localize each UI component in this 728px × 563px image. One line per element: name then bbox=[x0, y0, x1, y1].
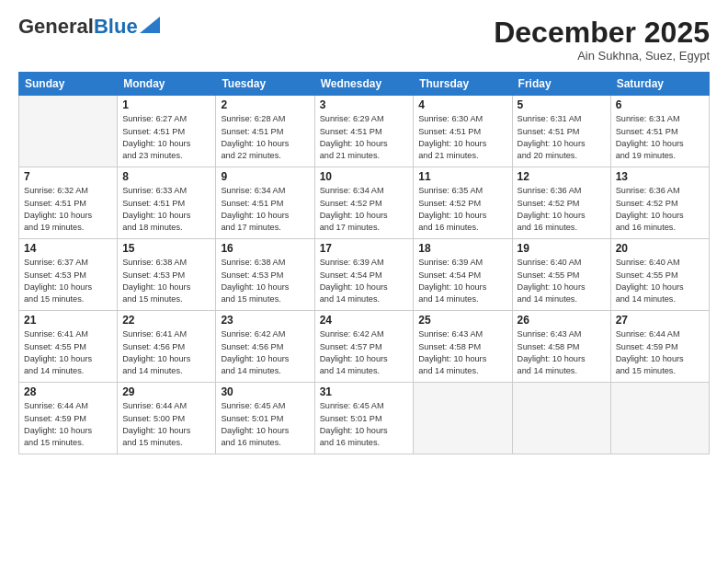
day-info: Sunrise: 6:45 AMSunset: 5:01 PMDaylight:… bbox=[320, 400, 409, 449]
day-number: 24 bbox=[320, 314, 409, 327]
day-number: 4 bbox=[418, 98, 506, 111]
day-info: Sunrise: 6:42 AMSunset: 4:56 PMDaylight:… bbox=[221, 328, 309, 377]
day-info: Sunrise: 6:44 AMSunset: 4:59 PMDaylight:… bbox=[24, 400, 112, 449]
day-cell: 28Sunrise: 6:44 AMSunset: 4:59 PMDayligh… bbox=[19, 383, 118, 454]
week-row-2: 14Sunrise: 6:37 AMSunset: 4:53 PMDayligh… bbox=[19, 239, 710, 311]
day-number: 30 bbox=[221, 385, 309, 398]
day-number: 27 bbox=[616, 314, 704, 327]
col-header-monday: Monday bbox=[118, 73, 216, 96]
day-info: Sunrise: 6:31 AMSunset: 4:51 PMDaylight:… bbox=[616, 113, 704, 162]
day-info: Sunrise: 6:27 AMSunset: 4:51 PMDaylight:… bbox=[122, 113, 210, 162]
col-header-wednesday: Wednesday bbox=[314, 73, 414, 96]
day-cell: 31Sunrise: 6:45 AMSunset: 5:01 PMDayligh… bbox=[314, 383, 414, 454]
day-cell: 10Sunrise: 6:34 AMSunset: 4:52 PMDayligh… bbox=[314, 167, 414, 239]
day-cell: 20Sunrise: 6:40 AMSunset: 4:55 PMDayligh… bbox=[610, 239, 709, 311]
week-row-1: 7Sunrise: 6:32 AMSunset: 4:51 PMDaylight… bbox=[19, 167, 710, 239]
logo-icon bbox=[140, 17, 160, 33]
day-number: 23 bbox=[221, 314, 309, 327]
col-header-sunday: Sunday bbox=[19, 73, 118, 96]
col-header-friday: Friday bbox=[512, 73, 610, 96]
day-info: Sunrise: 6:28 AMSunset: 4:51 PMDaylight:… bbox=[221, 113, 309, 162]
day-number: 7 bbox=[24, 170, 112, 183]
day-info: Sunrise: 6:29 AMSunset: 4:51 PMDaylight:… bbox=[320, 113, 409, 162]
day-number: 6 bbox=[616, 98, 704, 111]
day-number: 10 bbox=[320, 170, 409, 183]
day-info: Sunrise: 6:40 AMSunset: 4:55 PMDaylight:… bbox=[518, 257, 606, 305]
day-info: Sunrise: 6:30 AMSunset: 4:51 PMDaylight:… bbox=[418, 113, 506, 162]
day-number: 12 bbox=[518, 170, 606, 183]
day-number: 25 bbox=[418, 314, 506, 327]
day-number: 17 bbox=[320, 242, 409, 255]
day-cell: 24Sunrise: 6:42 AMSunset: 4:57 PMDayligh… bbox=[314, 311, 414, 383]
day-number: 9 bbox=[221, 170, 309, 183]
day-info: Sunrise: 6:43 AMSunset: 4:58 PMDaylight:… bbox=[518, 328, 606, 377]
day-cell: 5Sunrise: 6:31 AMSunset: 4:51 PMDaylight… bbox=[512, 96, 610, 167]
day-number: 15 bbox=[122, 242, 210, 255]
day-info: Sunrise: 6:37 AMSunset: 4:53 PMDaylight:… bbox=[24, 257, 112, 305]
calendar-header-row: SundayMondayTuesdayWednesdayThursdayFrid… bbox=[19, 73, 710, 96]
day-number: 13 bbox=[616, 170, 704, 183]
logo-text: GeneralBlue bbox=[18, 17, 138, 37]
col-header-tuesday: Tuesday bbox=[216, 73, 314, 96]
week-row-3: 21Sunrise: 6:41 AMSunset: 4:55 PMDayligh… bbox=[19, 311, 710, 383]
day-info: Sunrise: 6:41 AMSunset: 4:56 PMDaylight:… bbox=[122, 328, 210, 377]
day-number: 2 bbox=[221, 98, 309, 111]
day-cell bbox=[414, 383, 512, 454]
col-header-thursday: Thursday bbox=[414, 73, 512, 96]
day-number: 22 bbox=[122, 314, 210, 327]
day-cell: 8Sunrise: 6:33 AMSunset: 4:51 PMDaylight… bbox=[118, 167, 216, 239]
day-number: 20 bbox=[616, 242, 704, 255]
day-info: Sunrise: 6:39 AMSunset: 4:54 PMDaylight:… bbox=[320, 257, 409, 305]
day-cell: 23Sunrise: 6:42 AMSunset: 4:56 PMDayligh… bbox=[216, 311, 314, 383]
logo: GeneralBlue bbox=[18, 17, 160, 37]
day-cell: 25Sunrise: 6:43 AMSunset: 4:58 PMDayligh… bbox=[414, 311, 512, 383]
calendar-table: SundayMondayTuesdayWednesdayThursdayFrid… bbox=[18, 72, 710, 454]
day-info: Sunrise: 6:41 AMSunset: 4:55 PMDaylight:… bbox=[24, 328, 112, 377]
day-info: Sunrise: 6:40 AMSunset: 4:55 PMDaylight:… bbox=[616, 257, 704, 305]
day-cell bbox=[610, 383, 709, 454]
day-number: 11 bbox=[418, 170, 506, 183]
week-row-0: 1Sunrise: 6:27 AMSunset: 4:51 PMDaylight… bbox=[19, 96, 710, 167]
svg-marker-0 bbox=[140, 17, 160, 33]
day-info: Sunrise: 6:38 AMSunset: 4:53 PMDaylight:… bbox=[221, 257, 309, 305]
day-info: Sunrise: 6:31 AMSunset: 4:51 PMDaylight:… bbox=[518, 113, 606, 162]
col-header-saturday: Saturday bbox=[610, 73, 709, 96]
day-info: Sunrise: 6:32 AMSunset: 4:51 PMDaylight:… bbox=[24, 185, 112, 234]
day-info: Sunrise: 6:43 AMSunset: 4:58 PMDaylight:… bbox=[418, 328, 506, 377]
day-cell: 19Sunrise: 6:40 AMSunset: 4:55 PMDayligh… bbox=[512, 239, 610, 311]
day-info: Sunrise: 6:35 AMSunset: 4:52 PMDaylight:… bbox=[418, 185, 506, 234]
day-number: 18 bbox=[418, 242, 506, 255]
day-cell: 2Sunrise: 6:28 AMSunset: 4:51 PMDaylight… bbox=[216, 96, 314, 167]
day-info: Sunrise: 6:44 AMSunset: 5:00 PMDaylight:… bbox=[122, 400, 210, 449]
day-cell: 22Sunrise: 6:41 AMSunset: 4:56 PMDayligh… bbox=[118, 311, 216, 383]
day-cell: 4Sunrise: 6:30 AMSunset: 4:51 PMDaylight… bbox=[414, 96, 512, 167]
title-block: December 2025 Ain Sukhna, Suez, Egypt bbox=[494, 17, 710, 63]
day-cell: 30Sunrise: 6:45 AMSunset: 5:01 PMDayligh… bbox=[216, 383, 314, 454]
day-cell: 9Sunrise: 6:34 AMSunset: 4:51 PMDaylight… bbox=[216, 167, 314, 239]
day-info: Sunrise: 6:33 AMSunset: 4:51 PMDaylight:… bbox=[122, 185, 210, 234]
day-cell: 27Sunrise: 6:44 AMSunset: 4:59 PMDayligh… bbox=[610, 311, 709, 383]
day-cell: 26Sunrise: 6:43 AMSunset: 4:58 PMDayligh… bbox=[512, 311, 610, 383]
day-info: Sunrise: 6:39 AMSunset: 4:54 PMDaylight:… bbox=[418, 257, 506, 305]
day-info: Sunrise: 6:34 AMSunset: 4:52 PMDaylight:… bbox=[320, 185, 409, 234]
day-cell: 7Sunrise: 6:32 AMSunset: 4:51 PMDaylight… bbox=[19, 167, 118, 239]
day-info: Sunrise: 6:36 AMSunset: 4:52 PMDaylight:… bbox=[616, 185, 704, 234]
day-number: 16 bbox=[221, 242, 309, 255]
day-cell: 6Sunrise: 6:31 AMSunset: 4:51 PMDaylight… bbox=[610, 96, 709, 167]
day-cell: 29Sunrise: 6:44 AMSunset: 5:00 PMDayligh… bbox=[118, 383, 216, 454]
day-cell: 1Sunrise: 6:27 AMSunset: 4:51 PMDaylight… bbox=[118, 96, 216, 167]
day-number: 3 bbox=[320, 98, 409, 111]
day-number: 8 bbox=[122, 170, 210, 183]
day-cell: 12Sunrise: 6:36 AMSunset: 4:52 PMDayligh… bbox=[512, 167, 610, 239]
day-cell: 3Sunrise: 6:29 AMSunset: 4:51 PMDaylight… bbox=[314, 96, 414, 167]
day-cell bbox=[512, 383, 610, 454]
day-number: 26 bbox=[518, 314, 606, 327]
day-number: 29 bbox=[122, 385, 210, 398]
day-cell: 18Sunrise: 6:39 AMSunset: 4:54 PMDayligh… bbox=[414, 239, 512, 311]
day-number: 31 bbox=[320, 385, 409, 398]
location-subtitle: Ain Sukhna, Suez, Egypt bbox=[494, 49, 710, 63]
day-cell: 17Sunrise: 6:39 AMSunset: 4:54 PMDayligh… bbox=[314, 239, 414, 311]
day-info: Sunrise: 6:38 AMSunset: 4:53 PMDaylight:… bbox=[122, 257, 210, 305]
month-title: December 2025 bbox=[494, 17, 710, 49]
day-number: 28 bbox=[24, 385, 112, 398]
